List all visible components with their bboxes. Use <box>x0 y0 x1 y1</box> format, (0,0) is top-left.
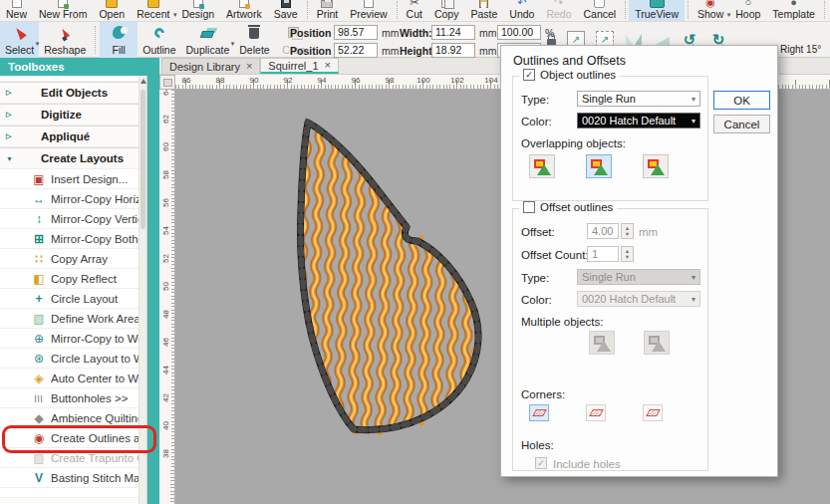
chevron-down-icon: ▾ <box>692 95 695 104</box>
toolbar-button[interactable] <box>397 1 398 19</box>
delete-button[interactable]: Delete <box>234 22 274 58</box>
print-button[interactable]: Print <box>311 0 345 21</box>
ruler-label: 50 <box>160 273 171 301</box>
overlap-option-2-button[interactable] <box>586 154 612 178</box>
include-holes-checkbox: ✓ <box>535 457 547 469</box>
close-icon[interactable]: × <box>325 60 331 71</box>
type-dropdown[interactable]: Single Run ▾ <box>577 91 700 107</box>
offset-spinner[interactable]: ▲▼ <box>621 223 634 239</box>
recent-menu[interactable]: Recent ▾ <box>131 0 175 21</box>
vertical-ruler-labels: 6462605856545250484644424038 <box>159 90 174 468</box>
toolbar-button[interactable] <box>824 1 825 19</box>
offset-count-input[interactable]: 1 <box>587 246 619 262</box>
offset-count-spinner[interactable]: ▲▼ <box>621 246 634 262</box>
tool-copy-reflect[interactable]: ◧ Copy Reflect <box>0 269 139 289</box>
show-menu[interactable]: ◉ Show ▾ <box>692 0 729 21</box>
position-x-input[interactable]: 98.57 <box>334 25 378 40</box>
object-outlines-label: Object outlines <box>540 69 616 81</box>
expand-triangle-icon: ▷ <box>6 111 19 119</box>
toolbar-button[interactable] <box>95 26 96 54</box>
new-button[interactable]: New <box>0 0 33 21</box>
duplicate-button[interactable]: Duplicate ▾ <box>181 22 235 58</box>
scrollbar-thumb[interactable] <box>140 90 145 229</box>
fill-button[interactable]: Fill <box>100 22 138 58</box>
tool-mirror-copy-both[interactable]: ⊞ Mirror-Copy Both <box>0 229 139 249</box>
overlap-option-3-button[interactable] <box>643 154 669 178</box>
tab-squirrel-1[interactable]: Squirrel_1 × <box>260 58 339 74</box>
toolbar-icon <box>154 25 164 40</box>
toolbar-button[interactable] <box>307 1 308 19</box>
tab-design-library[interactable]: Design Library × <box>161 58 260 74</box>
copy-button[interactable]: Copy <box>428 0 465 21</box>
reshape-tool[interactable]: Reshape <box>39 22 91 58</box>
toolbar-icon <box>239 0 249 8</box>
width-input[interactable]: 11.24 <box>431 25 475 40</box>
ok-button[interactable]: OK <box>713 91 770 110</box>
artwork-button[interactable]: Artwork <box>220 0 268 21</box>
tool-auto-center-to-work-area[interactable]: ◈ Auto Center to Work Ar... <box>0 369 139 388</box>
tool-define-work-area[interactable]: ▧ Define Work Area... <box>0 309 139 329</box>
toolbox-create-layouts[interactable]: ▼ Create Layouts <box>0 147 139 169</box>
scale-x-input[interactable]: 100.00 <box>497 25 541 40</box>
tool-create-trapunto-outlines[interactable]: ▨ Create Trapunto Outlin... <box>0 448 139 468</box>
paste-button[interactable]: Paste <box>464 0 503 21</box>
design-button[interactable]: Design <box>175 0 220 21</box>
scroll-up-icon[interactable] <box>140 79 146 84</box>
vertical-ruler: 6462605856545250484644424038 <box>159 90 175 504</box>
color-dropdown[interactable]: 0020 Hatch Default ▾ <box>577 113 700 128</box>
toolbox-applique[interactable]: ▷ Appliqué <box>0 126 139 147</box>
tool-icon: ▨ <box>29 452 49 464</box>
position-y-input[interactable]: 52.22 <box>334 43 378 58</box>
save-button[interactable]: Save <box>268 0 304 21</box>
toolbar-icon <box>249 25 259 40</box>
preview-button[interactable]: Preview <box>344 0 393 21</box>
tool-mirror-copy-to-work-area[interactable]: ⊕ Mirror-Copy to Work Ar... <box>0 329 139 349</box>
tool-copy-array[interactable]: ∷ Copy Array <box>0 249 139 269</box>
tool-icon: + <box>29 293 49 305</box>
object-outlines-checkbox[interactable]: ✓ <box>523 69 535 81</box>
toolbar-button[interactable] <box>688 1 689 19</box>
tool-basting-stitch-marker[interactable]: V Basting Stitch Marker... <box>0 468 139 488</box>
toolbar-icon: ● <box>790 0 797 8</box>
new-from-button[interactable]: New From <box>33 0 93 21</box>
outline-button[interactable]: Outline <box>138 22 180 58</box>
toolbar-icon: ↶ <box>517 0 526 8</box>
undo-button[interactable]: ↶ Undo <box>503 0 540 21</box>
cancel-button[interactable]: Cancel <box>578 0 623 21</box>
toolbox-digitize[interactable]: ▷ Digitize <box>0 104 139 126</box>
sidebar-scrollbar[interactable] <box>138 76 146 504</box>
offset-input[interactable]: 4.00 <box>587 223 619 239</box>
position-y-unit: mm <box>378 45 400 57</box>
height-input[interactable]: 18.92 <box>431 43 475 58</box>
toolbox-edit-objects[interactable]: ▷ Edit Objects <box>0 82 139 104</box>
overlap-option-1-button[interactable] <box>529 154 555 178</box>
cancel-button[interactable]: Cancel <box>713 115 770 133</box>
tool-mirror-copy-vertical[interactable]: ↕ Mirror-Copy Vertical <box>0 209 139 229</box>
panel-splitter[interactable] <box>147 76 159 504</box>
outlines-offsets-dialog: Outlines and Offsets ✓ Object outlines T… <box>500 45 778 477</box>
ruler-label: 56 <box>160 189 171 217</box>
offset-outlines-checkbox[interactable] <box>523 201 535 213</box>
corner-option-1-button[interactable] <box>529 404 549 421</box>
tool-circle-layout[interactable]: + Circle Layout <box>0 289 139 309</box>
sidebar-item[interactable] <box>0 488 139 498</box>
corner-option-2-button[interactable] <box>586 404 606 421</box>
hoop-toggle[interactable]: ○ Hoop <box>729 0 766 21</box>
tool-buttonholes[interactable]: ||| Buttonholes >> <box>0 388 139 408</box>
tool-ambience-quilting[interactable]: ◆ Ambience Quilting... <box>0 408 139 428</box>
ruler-label: 38 <box>160 440 171 468</box>
toolbar-button[interactable] <box>625 1 626 19</box>
tool-circle-layout-to-work-area[interactable]: ⊛ Circle Layout to Work A... <box>0 349 139 369</box>
trueview-toggle[interactable]: TrueView <box>629 0 685 21</box>
close-icon[interactable]: × <box>246 61 252 72</box>
cut-button[interactable]: ✂ Cut <box>401 0 428 21</box>
open-button[interactable]: Open <box>93 0 131 21</box>
corner-option-3-button[interactable] <box>643 404 663 421</box>
ruler-label: 44 <box>160 357 171 384</box>
template-toggle[interactable]: ● Template <box>766 0 821 21</box>
redo-button[interactable]: ↷ Redo <box>540 0 577 21</box>
tool-insert-design[interactable]: ▣ Insert Design... <box>0 169 139 189</box>
tool-mirror-copy-horizontal[interactable]: ↔ Mirror-Copy Horizontal <box>0 189 139 209</box>
tool-create-outlines-offsets[interactable]: ◉ Create Outlines and Off... <box>0 428 139 448</box>
select-tool[interactable]: Select ▾ <box>0 22 39 58</box>
